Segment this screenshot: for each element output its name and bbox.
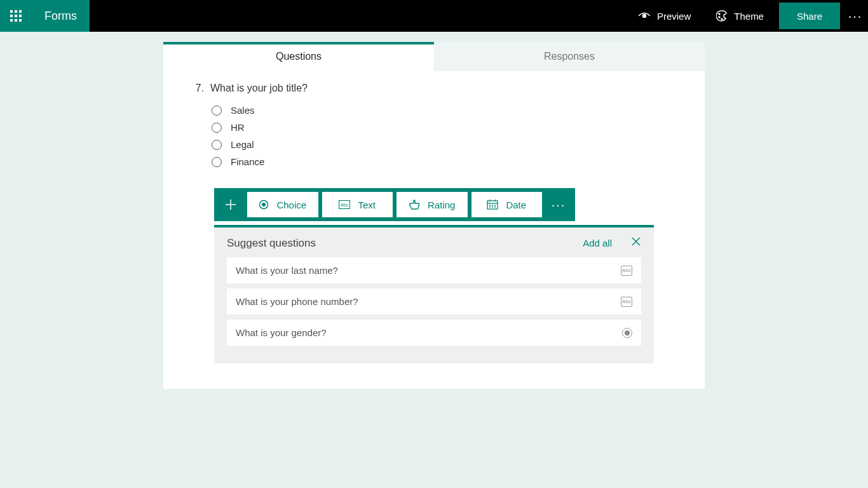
choice-type-icon (622, 328, 632, 338)
radio-icon (212, 105, 222, 116)
svg-rect-2 (19, 10, 22, 13)
suggested-question-label: What is your gender? (236, 327, 622, 338)
svg-rect-5 (19, 15, 22, 17)
close-icon (631, 236, 641, 247)
share-button[interactable]: Share (779, 3, 840, 29)
svg-rect-0 (10, 10, 13, 13)
svg-rect-7 (15, 19, 17, 22)
text-type-icon: Abc (621, 266, 632, 276)
share-label: Share (797, 11, 822, 22)
suggested-question-3[interactable]: What is your gender? (227, 320, 641, 346)
ellipsis-icon: ··· (552, 198, 566, 212)
form-canvas: Questions Responses 7. What is your job … (163, 42, 705, 389)
suggested-question-1[interactable]: What is your last name? Abc (227, 257, 641, 283)
tab-responses-label: Responses (544, 51, 595, 62)
suggest-questions-panel: Suggest questions Add all What is your l… (214, 225, 654, 363)
option-sales[interactable]: Sales (212, 102, 673, 119)
tab-responses[interactable]: Responses (434, 42, 705, 71)
palette-icon (716, 10, 728, 22)
app-name[interactable]: Forms (32, 0, 90, 32)
add-rating-label: Rating (428, 200, 455, 210)
svg-rect-4 (15, 15, 17, 17)
option-finance[interactable]: Finance (212, 153, 673, 170)
add-date-button[interactable]: Date (471, 192, 543, 217)
svg-point-10 (719, 13, 720, 15)
add-more-types-button[interactable]: ··· (546, 198, 571, 212)
suggest-header: Suggest questions Add all (227, 236, 641, 250)
option-label: Sales (231, 105, 255, 116)
theme-label: Theme (734, 11, 764, 22)
option-label: HR (231, 122, 245, 133)
choice-icon (259, 200, 269, 210)
preview-label: Preview (657, 11, 691, 22)
add-date-label: Date (506, 200, 526, 210)
eye-icon (638, 11, 651, 20)
add-question-plus[interactable] (218, 198, 243, 211)
header-more-button[interactable]: ··· (843, 0, 868, 32)
radio-icon (212, 123, 222, 133)
svg-rect-8 (19, 19, 22, 22)
suggest-title: Suggest questions (227, 237, 583, 250)
date-icon (487, 200, 498, 210)
tab-questions[interactable]: Questions (163, 42, 434, 71)
app-header: Forms Preview Theme Share ··· (0, 0, 868, 32)
suggested-question-label: What is your phone number? (236, 296, 621, 307)
svg-text:Abc: Abc (341, 203, 349, 207)
radio-icon (212, 157, 222, 167)
question-options: Sales HR Legal Finance (212, 102, 673, 170)
add-rating-button[interactable]: Rating (397, 192, 468, 217)
text-type-icon: Abc (621, 297, 632, 307)
add-choice-button[interactable]: Choice (247, 192, 318, 217)
add-choice-label: Choice (276, 200, 306, 210)
svg-point-12 (721, 18, 722, 20)
text-icon: Abc (339, 200, 350, 209)
app-launcher-button[interactable] (0, 0, 32, 32)
ellipsis-icon: ··· (848, 9, 863, 24)
option-hr[interactable]: HR (212, 119, 673, 136)
waffle-icon (10, 10, 22, 22)
svg-point-9 (642, 15, 646, 18)
form-body: 7. What is your job title? Sales HR Lega… (163, 71, 705, 389)
preview-button[interactable]: Preview (625, 0, 703, 32)
suggested-question-label: What is your last name? (236, 265, 621, 276)
option-legal[interactable]: Legal (212, 136, 673, 153)
question-text: What is your job title? (210, 83, 308, 94)
option-label: Legal (231, 139, 254, 150)
tab-questions-label: Questions (276, 51, 322, 62)
add-text-label: Text (358, 200, 376, 210)
suggest-close-button[interactable] (631, 236, 641, 250)
radio-icon (212, 140, 222, 150)
svg-rect-1 (15, 10, 17, 13)
svg-point-16 (262, 203, 266, 207)
suggest-add-all-button[interactable]: Add all (583, 238, 612, 248)
question-7[interactable]: 7. What is your job title? (195, 83, 673, 94)
svg-rect-6 (10, 19, 13, 22)
question-number: 7. (195, 83, 204, 94)
rating-icon (409, 200, 420, 210)
suggested-question-2[interactable]: What is your phone number? Abc (227, 288, 641, 315)
add-text-button[interactable]: Abc Text (322, 192, 393, 217)
add-question-toolbar: Choice Abc Text Rating (214, 188, 575, 221)
svg-rect-3 (10, 15, 13, 17)
theme-button[interactable]: Theme (703, 0, 776, 32)
svg-point-11 (719, 17, 720, 18)
option-label: Finance (231, 156, 264, 167)
tabs-row: Questions Responses (163, 42, 705, 71)
plus-icon (224, 198, 237, 211)
